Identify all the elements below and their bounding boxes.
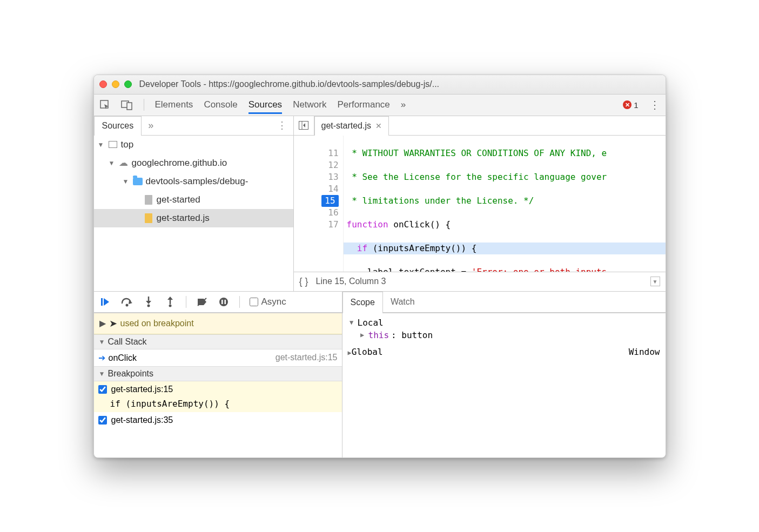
navigator-pane: Sources » ⋮ ▼ top ▼ ☁ googlechrome.githu… — [94, 116, 294, 291]
tab-scope[interactable]: Scope — [342, 292, 383, 313]
chevron-down-icon: ▼ — [108, 159, 116, 167]
resume-button[interactable] — [99, 296, 111, 308]
editor-statusbar: { } Line 15, Column 3 ▼ — [294, 272, 666, 291]
frame-location[interactable]: get-started.js:15 — [276, 353, 338, 362]
code-editor[interactable]: 11121314151617 * WITHOUT WARRANTIES OR C… — [294, 136, 666, 272]
async-checkbox-input[interactable] — [250, 298, 258, 306]
breakpoints-header[interactable]: ▼ Breakpoints — [94, 366, 342, 381]
code-line: label.textContent = 'Error: one or both … — [344, 266, 666, 272]
tab-network[interactable]: Network — [293, 99, 326, 110]
file-tree: ▼ top ▼ ☁ googlechrome.github.io ▼ devto… — [94, 136, 293, 291]
async-label: Async — [261, 297, 286, 307]
scope-variable-this[interactable]: ▶ this: button — [348, 329, 660, 341]
scope-tree: ▼ Local ▶ this: button ▶Global Window — [342, 313, 666, 457]
coverage-toggle-icon[interactable]: ▼ — [650, 277, 660, 286]
devtools-toolbar: Elements Console Sources Network Perform… — [94, 95, 666, 116]
breakpoint-marker[interactable]: 15 — [321, 195, 338, 207]
toggle-navigator-icon[interactable] — [294, 116, 314, 135]
settings-menu-icon[interactable]: ⋮ — [649, 98, 660, 111]
inspect-element-icon[interactable] — [99, 99, 110, 110]
tab-sources[interactable]: Sources — [248, 99, 282, 114]
code-line: function onClick() { — [344, 219, 666, 231]
tree-label: googlechrome.github.io — [132, 158, 227, 169]
callstack-header[interactable]: ▼ Call Stack — [94, 334, 342, 349]
async-checkbox[interactable]: Async — [250, 297, 286, 307]
tab-elements[interactable]: Elements — [155, 99, 193, 110]
line-gutter[interactable]: 11121314151617 — [294, 136, 344, 272]
error-icon: ✕ — [623, 100, 632, 109]
step-out-button[interactable] — [164, 296, 176, 308]
window-title: Developer Tools - https://googlechrome.g… — [139, 79, 440, 89]
chevron-right-icon: ▶ — [99, 318, 106, 328]
pretty-print-icon[interactable]: { } — [299, 276, 308, 287]
step-into-button[interactable] — [143, 296, 155, 308]
scope-pane: Scope Watch ▼ Local ▶ this: button ▶Glob… — [342, 292, 666, 457]
svg-marker-7 — [104, 298, 109, 306]
editor-tabbar: get-started.js ✕ — [294, 116, 666, 136]
chevron-right-icon: ▶ — [348, 349, 352, 356]
device-toggle-icon[interactable] — [121, 99, 133, 110]
breakpoint-label: get-started.js:15 — [111, 385, 173, 394]
window-close-button[interactable] — [99, 80, 107, 88]
current-frame-icon: ➔ — [98, 353, 105, 362]
tab-performance[interactable]: Performance — [337, 99, 389, 110]
svg-marker-5 — [303, 123, 305, 127]
chevron-down-icon: ▼ — [97, 141, 105, 149]
breakpoints-title: Breakpoints — [108, 369, 154, 379]
navigator-tabbar: Sources » ⋮ — [94, 116, 293, 136]
error-badge[interactable]: ✕ 1 — [623, 100, 638, 110]
breakpoint-checkbox[interactable] — [98, 416, 107, 425]
code-line-current: if (inputsAreEmpty()) { — [344, 243, 666, 254]
tab-console[interactable]: Console — [204, 99, 237, 110]
source-text: * WITHOUT WARRANTIES OR CONDITIONS OF AN… — [344, 136, 666, 272]
editor-pane: get-started.js ✕ 11121314151617 * WITHOU… — [294, 116, 666, 291]
editor-tab-label: get-started.js — [321, 121, 371, 131]
scope-global[interactable]: ▶Global Window — [348, 346, 660, 358]
tree-label: devtools-samples/debug- — [146, 176, 248, 187]
tab-watch[interactable]: Watch — [383, 292, 422, 312]
frame-icon — [108, 140, 118, 150]
code-line: * limitations under the License. */ — [344, 195, 666, 207]
script-icon — [144, 213, 153, 223]
tree-node-file-js[interactable]: get-started.js — [94, 209, 293, 227]
window-minimize-button[interactable] — [112, 80, 119, 88]
pause-on-exceptions-button[interactable] — [218, 296, 230, 308]
tree-label: get-started.js — [157, 213, 210, 224]
close-tab-icon[interactable]: ✕ — [375, 122, 382, 130]
error-count: 1 — [634, 100, 638, 110]
editor-tab[interactable]: get-started.js ✕ — [314, 116, 389, 136]
debugger-pane: Async ▶ ➤ used on breakpoint ▼ Call Stac… — [94, 291, 666, 457]
step-over-button[interactable] — [121, 296, 133, 308]
navigator-menu-icon[interactable]: ⋮ — [271, 116, 293, 135]
scope-label: Local — [358, 318, 384, 328]
navigator-tabs-overflow[interactable]: » — [142, 116, 160, 135]
debugger-left-pane: Async ▶ ➤ used on breakpoint ▼ Call Stac… — [94, 292, 342, 457]
breakpoint-checkbox[interactable] — [98, 385, 107, 394]
breakpoint-item[interactable]: get-started.js:15 — [94, 381, 342, 398]
callstack-frame[interactable]: ➔onClick get-started.js:15 — [94, 349, 342, 366]
scope-local[interactable]: ▼ Local — [348, 316, 660, 329]
breakpoint-item[interactable]: get-started.js:35 — [94, 412, 342, 428]
tree-node-domain[interactable]: ▼ ☁ googlechrome.github.io — [94, 154, 293, 172]
breakpoint-label: get-started.js:35 — [111, 415, 173, 425]
toolbar-separator — [144, 99, 144, 111]
tree-label: get-started — [157, 194, 200, 205]
folder-icon — [133, 177, 143, 186]
tabs-overflow[interactable]: » — [401, 99, 406, 110]
traffic-lights — [99, 80, 132, 88]
svg-rect-19 — [224, 300, 226, 304]
window-maximize-button[interactable] — [124, 80, 132, 88]
tree-label: top — [121, 139, 134, 150]
deactivate-breakpoints-button[interactable] — [196, 296, 208, 308]
tree-node-top[interactable]: ▼ top — [94, 136, 293, 154]
svg-rect-6 — [101, 298, 103, 306]
document-icon — [144, 195, 153, 205]
chevron-down-icon: ▼ — [98, 370, 106, 378]
paused-message[interactable]: ▶ ➤ used on breakpoint — [94, 313, 342, 334]
frame-function: onClick — [109, 353, 137, 362]
paused-text: used on breakpoint — [120, 319, 194, 328]
tree-node-file-html[interactable]: get-started — [94, 191, 293, 209]
navigator-tab-sources[interactable]: Sources — [94, 116, 142, 136]
svg-marker-11 — [146, 301, 151, 304]
tree-node-folder[interactable]: ▼ devtools-samples/debug- — [94, 172, 293, 191]
